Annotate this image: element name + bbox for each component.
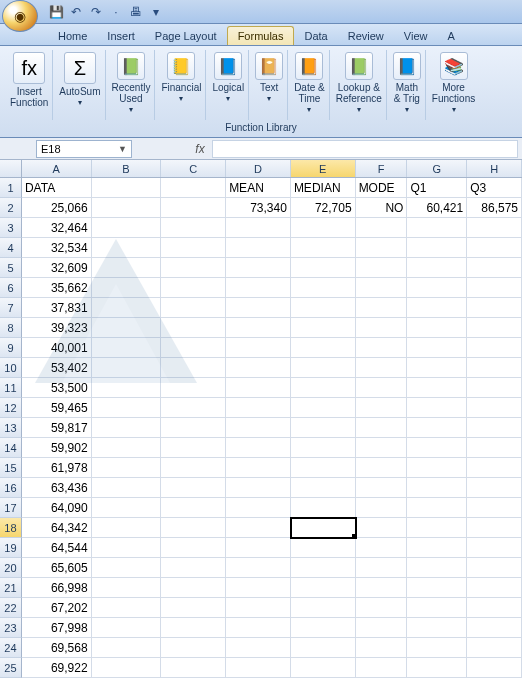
cell-G22[interactable] xyxy=(407,598,467,618)
cell-H12[interactable] xyxy=(467,398,522,418)
cell-C23[interactable] xyxy=(161,618,226,638)
cell-E6[interactable] xyxy=(291,278,356,298)
cell-C12[interactable] xyxy=(161,398,226,418)
chevron-down-icon[interactable]: ▾ xyxy=(267,94,271,103)
col-header-B[interactable]: B xyxy=(92,160,162,177)
name-box[interactable]: E18 ▼ xyxy=(36,140,132,158)
cell-G14[interactable] xyxy=(407,438,467,458)
cell-A1[interactable]: DATA xyxy=(22,178,92,198)
chevron-down-icon[interactable]: ▾ xyxy=(307,105,311,114)
cell-H5[interactable] xyxy=(467,258,522,278)
cell-E18[interactable] xyxy=(291,518,356,538)
cell-C25[interactable] xyxy=(161,658,226,678)
cell-B18[interactable] xyxy=(92,518,162,538)
cell-B19[interactable] xyxy=(92,538,162,558)
row-header[interactable]: 13 xyxy=(0,418,22,438)
cell-C10[interactable] xyxy=(161,358,226,378)
cell-C17[interactable] xyxy=(161,498,226,518)
row-header[interactable]: 8 xyxy=(0,318,22,338)
cell-G20[interactable] xyxy=(407,558,467,578)
cell-F13[interactable] xyxy=(356,418,408,438)
cell-H13[interactable] xyxy=(467,418,522,438)
row-header[interactable]: 25 xyxy=(0,658,22,678)
cell-H1[interactable]: Q3 xyxy=(467,178,522,198)
cell-A4[interactable]: 32,534 xyxy=(22,238,92,258)
cell-F19[interactable] xyxy=(356,538,408,558)
cell-A18[interactable]: 64,342 xyxy=(22,518,92,538)
cell-D8[interactable] xyxy=(226,318,291,338)
cell-A19[interactable]: 64,544 xyxy=(22,538,92,558)
cell-H11[interactable] xyxy=(467,378,522,398)
cell-A16[interactable]: 63,436 xyxy=(22,478,92,498)
cell-F10[interactable] xyxy=(356,358,408,378)
cell-D6[interactable] xyxy=(226,278,291,298)
cell-G23[interactable] xyxy=(407,618,467,638)
row-header[interactable]: 17 xyxy=(0,498,22,518)
cell-E19[interactable] xyxy=(291,538,356,558)
col-header-A[interactable]: A xyxy=(22,160,92,177)
col-header-F[interactable]: F xyxy=(356,160,408,177)
cell-F18[interactable] xyxy=(356,518,408,538)
cell-A10[interactable]: 53,402 xyxy=(22,358,92,378)
cell-C24[interactable] xyxy=(161,638,226,658)
cell-C1[interactable] xyxy=(161,178,226,198)
cell-H8[interactable] xyxy=(467,318,522,338)
cell-G17[interactable] xyxy=(407,498,467,518)
formula-input[interactable] xyxy=(212,140,518,158)
cell-G13[interactable] xyxy=(407,418,467,438)
tab-data[interactable]: Data xyxy=(294,27,337,45)
cell-B1[interactable] xyxy=(92,178,162,198)
tab-page-layout[interactable]: Page Layout xyxy=(145,27,227,45)
cell-H23[interactable] xyxy=(467,618,522,638)
row-header[interactable]: 1 xyxy=(0,178,22,198)
cell-G5[interactable] xyxy=(407,258,467,278)
cell-E12[interactable] xyxy=(291,398,356,418)
cell-C5[interactable] xyxy=(161,258,226,278)
row-header[interactable]: 5 xyxy=(0,258,22,278)
cell-A2[interactable]: 25,066 xyxy=(22,198,92,218)
cell-H19[interactable] xyxy=(467,538,522,558)
row-header[interactable]: 15 xyxy=(0,458,22,478)
insert-function-button[interactable]: fx Insert Function xyxy=(6,50,53,120)
tab-formulas[interactable]: Formulas xyxy=(227,26,295,45)
cell-A3[interactable]: 32,464 xyxy=(22,218,92,238)
cell-F6[interactable] xyxy=(356,278,408,298)
chevron-down-icon[interactable]: ▾ xyxy=(357,105,361,114)
cell-C3[interactable] xyxy=(161,218,226,238)
cell-C4[interactable] xyxy=(161,238,226,258)
save-icon[interactable]: 💾 xyxy=(48,4,64,20)
cell-D25[interactable] xyxy=(226,658,291,678)
cell-F4[interactable] xyxy=(356,238,408,258)
cell-B24[interactable] xyxy=(92,638,162,658)
cell-C14[interactable] xyxy=(161,438,226,458)
cell-G6[interactable] xyxy=(407,278,467,298)
cell-G1[interactable]: Q1 xyxy=(407,178,467,198)
logical-button[interactable]: 📘 Logical ▾ xyxy=(208,50,249,120)
cell-F11[interactable] xyxy=(356,378,408,398)
tab-home[interactable]: Home xyxy=(48,27,97,45)
col-header-H[interactable]: H xyxy=(467,160,522,177)
cell-D9[interactable] xyxy=(226,338,291,358)
recently-used-button[interactable]: 📗 Recently Used ▾ xyxy=(108,50,156,120)
cell-C15[interactable] xyxy=(161,458,226,478)
cell-C22[interactable] xyxy=(161,598,226,618)
cell-G3[interactable] xyxy=(407,218,467,238)
cell-A14[interactable]: 59,902 xyxy=(22,438,92,458)
col-header-E[interactable]: E xyxy=(291,160,356,177)
cell-H16[interactable] xyxy=(467,478,522,498)
cell-B22[interactable] xyxy=(92,598,162,618)
cell-D23[interactable] xyxy=(226,618,291,638)
row-header[interactable]: 3 xyxy=(0,218,22,238)
row-header[interactable]: 7 xyxy=(0,298,22,318)
cell-B4[interactable] xyxy=(92,238,162,258)
col-header-D[interactable]: D xyxy=(226,160,291,177)
cell-H22[interactable] xyxy=(467,598,522,618)
cell-A11[interactable]: 53,500 xyxy=(22,378,92,398)
cell-B20[interactable] xyxy=(92,558,162,578)
chevron-down-icon[interactable]: ▾ xyxy=(179,94,183,103)
cell-B14[interactable] xyxy=(92,438,162,458)
row-header[interactable]: 11 xyxy=(0,378,22,398)
row-header[interactable]: 6 xyxy=(0,278,22,298)
cell-F3[interactable] xyxy=(356,218,408,238)
cell-E17[interactable] xyxy=(291,498,356,518)
